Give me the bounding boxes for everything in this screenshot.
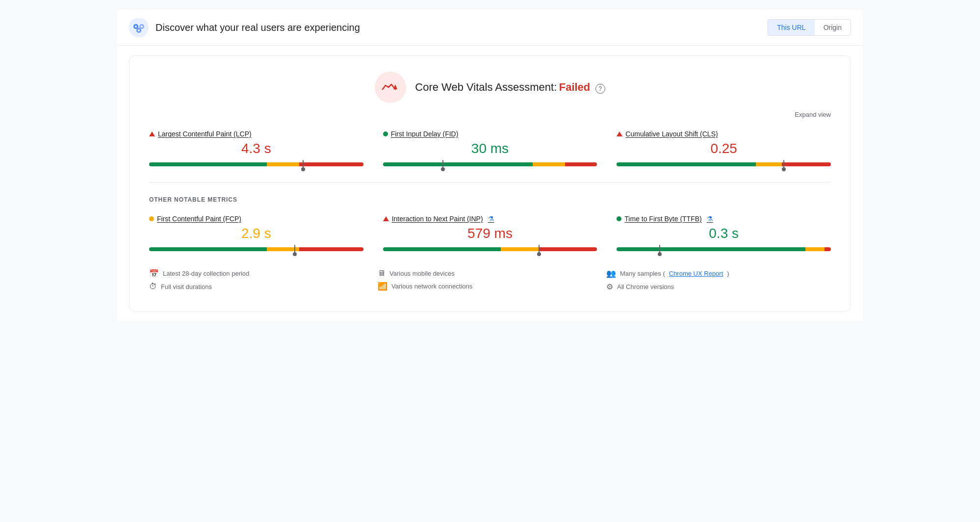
svg-point-4 <box>135 26 137 27</box>
footer-text-2-1: All Chrome versions <box>617 283 674 290</box>
this-url-button[interactable]: This URL <box>768 20 814 35</box>
origin-button[interactable]: Origin <box>815 20 851 35</box>
header-title: Discover what your real users are experi… <box>155 22 360 33</box>
metric-label-fid[interactable]: First Input Delay (FID) <box>383 130 597 138</box>
metric-label-text-inp: Interaction to Next Paint (INP) <box>392 215 483 223</box>
metric-indicator-fid <box>383 131 388 136</box>
footer-icon-1-0: 🖥 <box>378 269 386 278</box>
expand-view[interactable]: Expand view <box>149 111 831 118</box>
metric-label-lcp[interactable]: Largest Contentful Paint (LCP) <box>149 130 363 138</box>
metric-ttfb: Time to First Byte (TTFB)⚗0.3 s <box>617 215 831 253</box>
svg-point-5 <box>141 26 143 27</box>
gauge-inp <box>383 245 597 253</box>
page-wrapper: Discover what your real users are experi… <box>117 10 863 321</box>
logo-icon <box>129 18 149 37</box>
help-icon[interactable]: ? <box>595 84 605 94</box>
footer-text-1-1: Various network connections <box>391 283 472 290</box>
metric-indicator-cls <box>617 131 622 136</box>
footer-col-2: 👥Many samples (Chrome UX Report)⚙All Chr… <box>606 269 831 295</box>
footer-icon-0-1: ⏱ <box>149 282 157 291</box>
footer-icon-0-0: 📅 <box>149 269 159 278</box>
metric-label-text-lcp: Largest Contentful Paint (LCP) <box>158 130 252 138</box>
assessment-header: Core Web Vitals Assessment: Failed ? <box>149 72 831 103</box>
footer-text-0-0: Latest 28-day collection period <box>163 270 249 277</box>
core-metrics-row: Largest Contentful Paint (LCP)4.3 sFirst… <box>149 130 831 168</box>
metric-cls: Cumulative Layout Shift (CLS)0.25 <box>617 130 831 168</box>
metric-label-fcp[interactable]: First Contentful Paint (FCP) <box>149 215 363 223</box>
metric-label-text-cls: Cumulative Layout Shift (CLS) <box>625 130 718 138</box>
footer-text-after-2-0: ) <box>727 270 729 277</box>
footer-text-2-0: Many samples ( <box>620 270 665 277</box>
other-metrics-row: First Contentful Paint (FCP)2.9 sInterac… <box>149 215 831 253</box>
metric-lcp: Largest Contentful Paint (LCP)4.3 s <box>149 130 363 168</box>
footer-icon-2-1: ⚙ <box>606 282 613 291</box>
svg-point-0 <box>129 18 149 37</box>
svg-point-6 <box>138 29 140 31</box>
gauge-fid <box>383 160 597 168</box>
metric-value-inp: 579 ms <box>383 226 597 241</box>
main-card: Core Web Vitals Assessment: Failed ? Exp… <box>129 55 851 312</box>
footer-item-0-1: ⏱Full visit durations <box>149 282 374 291</box>
header: Discover what your real users are experi… <box>117 10 863 46</box>
metric-indicator-inp <box>383 216 389 221</box>
metric-indicator-lcp <box>149 131 155 136</box>
failed-icon <box>382 82 399 92</box>
footer-text-0-1: Full visit durations <box>161 283 212 290</box>
metric-fid: First Input Delay (FID)30 ms <box>383 130 597 168</box>
footer-col-1: 🖥Various mobile devices📶Various network … <box>378 269 602 295</box>
metric-value-cls: 0.25 <box>617 141 831 157</box>
metric-label-text-ttfb: Time to First Byte (TTFB) <box>624 215 701 223</box>
metric-label-text-fcp: First Contentful Paint (FCP) <box>157 215 241 223</box>
metric-fcp: First Contentful Paint (FCP)2.9 s <box>149 215 363 253</box>
metric-label-text-fid: First Input Delay (FID) <box>391 130 459 138</box>
assessment-title-group: Core Web Vitals Assessment: Failed ? <box>415 81 605 94</box>
footer-item-0-0: 📅Latest 28-day collection period <box>149 269 374 278</box>
footer-icon-1-1: 📶 <box>378 282 387 291</box>
footer-item-1-0: 🖥Various mobile devices <box>378 269 602 278</box>
gauge-cls <box>617 160 831 168</box>
metric-value-ttfb: 0.3 s <box>617 226 831 241</box>
metric-indicator-fcp <box>149 216 154 221</box>
flask-icon-ttfb: ⚗ <box>707 215 713 223</box>
flask-icon-inp: ⚗ <box>488 215 494 223</box>
metric-label-cls[interactable]: Cumulative Layout Shift (CLS) <box>617 130 831 138</box>
footer-link-2-0[interactable]: Chrome UX Report <box>669 270 723 277</box>
gauge-lcp <box>149 160 363 168</box>
assessment-icon <box>375 72 406 103</box>
footer-item-2-0: 👥Many samples (Chrome UX Report) <box>606 269 831 278</box>
footer-info: 📅Latest 28-day collection period⏱Full vi… <box>149 269 831 295</box>
section-divider <box>149 182 831 183</box>
metric-label-inp[interactable]: Interaction to Next Paint (INP)⚗ <box>383 215 597 223</box>
footer-icon-2-0: 👥 <box>606 269 616 278</box>
metric-value-fid: 30 ms <box>383 141 597 157</box>
metric-value-lcp: 4.3 s <box>149 141 363 157</box>
footer-item-2-1: ⚙All Chrome versions <box>606 282 831 291</box>
gauge-ttfb <box>617 245 831 253</box>
assessment-title: Core Web Vitals Assessment: <box>415 81 557 93</box>
other-metrics-label: OTHER NOTABLE METRICS <box>149 196 831 203</box>
metric-label-ttfb[interactable]: Time to First Byte (TTFB)⚗ <box>617 215 831 223</box>
metric-inp: Interaction to Next Paint (INP)⚗579 ms <box>383 215 597 253</box>
metric-value-fcp: 2.9 s <box>149 226 363 241</box>
footer-col-0: 📅Latest 28-day collection period⏱Full vi… <box>149 269 374 295</box>
footer-text-1-0: Various mobile devices <box>389 270 455 277</box>
header-left: Discover what your real users are experi… <box>129 18 360 37</box>
footer-item-1-1: 📶Various network connections <box>378 282 602 291</box>
url-toggle: This URL Origin <box>768 19 851 36</box>
metric-indicator-ttfb <box>617 216 621 221</box>
gauge-fcp <box>149 245 363 253</box>
assessment-status: Failed <box>559 81 591 93</box>
